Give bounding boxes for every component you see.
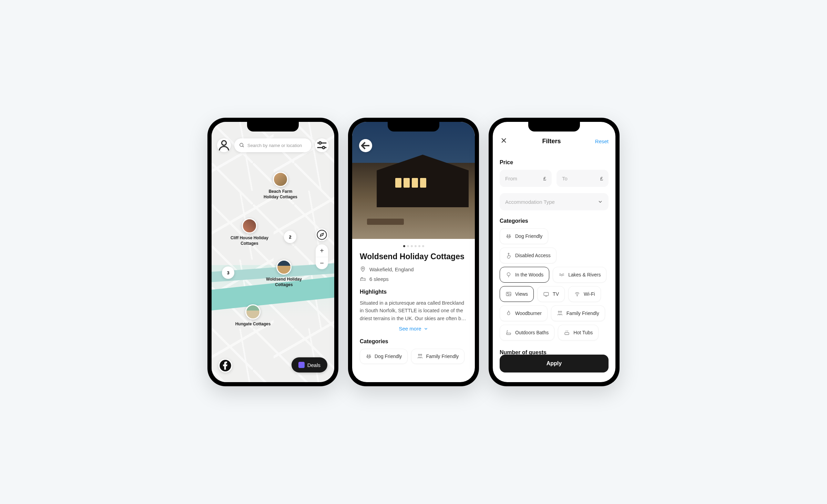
filter-chip-family-friendly[interactable]: Family Friendly xyxy=(551,305,605,321)
map-pin-hungate[interactable]: Hungate Cottages xyxy=(229,304,277,327)
filter-chip-lakes-rivers[interactable]: Lakes & Rivers xyxy=(553,267,606,283)
compass-button[interactable] xyxy=(316,229,328,241)
svg-line-2 xyxy=(243,146,244,147)
compass-icon xyxy=(316,229,328,241)
deals-button[interactable]: Deals xyxy=(292,357,327,372)
map-cluster[interactable]: 3 xyxy=(222,266,234,279)
svg-point-6 xyxy=(323,146,325,149)
hero-image[interactable] xyxy=(352,122,475,239)
tv-icon xyxy=(543,291,549,297)
carousel-dot[interactable] xyxy=(407,245,409,247)
svg-point-1 xyxy=(240,143,243,146)
sliders-icon xyxy=(315,138,329,152)
map-pin-woldsend[interactable]: Woldsend Holiday Cottages xyxy=(260,260,308,287)
svg-point-35 xyxy=(558,311,560,313)
family-icon xyxy=(417,353,423,359)
accommodation-type-select[interactable]: Accommodation Type xyxy=(500,193,609,210)
svg-point-23 xyxy=(509,235,510,236)
price-heading: Price xyxy=(500,159,609,166)
map-pin-cliff-house[interactable]: Cliff House Holiday Cottages xyxy=(225,218,274,246)
svg-point-22 xyxy=(507,235,508,236)
svg-rect-30 xyxy=(506,292,511,296)
category-chip-dog-friendly[interactable]: Dog Friendly xyxy=(360,349,408,364)
apply-button[interactable]: Apply xyxy=(500,355,609,372)
svg-rect-37 xyxy=(565,333,569,335)
filter-chip-tv[interactable]: TV xyxy=(537,286,565,302)
svg-point-31 xyxy=(507,293,508,294)
filters-title: Filters xyxy=(542,138,561,145)
map-screen: Search by name or location Beach Farm Ho… xyxy=(212,122,334,382)
svg-point-28 xyxy=(507,273,510,276)
carousel-dot[interactable] xyxy=(418,245,420,247)
svg-point-34 xyxy=(577,296,578,296)
phone-detail: Woldsend Holiday Cottages Wakefield, Eng… xyxy=(348,118,479,386)
svg-marker-8 xyxy=(320,233,324,237)
profile-button[interactable] xyxy=(217,138,231,152)
filter-chip-dog-friendly[interactable]: Dog Friendly xyxy=(500,228,548,244)
map-cluster[interactable]: 2 xyxy=(284,231,296,243)
reset-button[interactable]: Reset xyxy=(595,138,609,144)
wifi-icon xyxy=(574,291,580,297)
listing-description: Situated in a picturesque area called Br… xyxy=(360,299,467,322)
filter-chip-outdoors-baths[interactable]: Outdoors Baths xyxy=(500,325,554,340)
search-input[interactable]: Search by name or location xyxy=(234,138,312,152)
hottub-icon xyxy=(564,329,570,336)
carousel-dot[interactable] xyxy=(415,245,417,247)
svg-point-0 xyxy=(222,141,226,145)
zoom-out-button[interactable]: − xyxy=(316,257,328,269)
deals-icon xyxy=(298,362,305,368)
filters-screen: Filters Reset Price From £ To £ Accommod… xyxy=(493,122,615,382)
bath-icon xyxy=(506,329,512,336)
filter-chip-woodburner[interactable]: Woodburner xyxy=(500,305,548,321)
back-button[interactable] xyxy=(359,139,372,152)
close-icon xyxy=(500,136,508,145)
paw-icon xyxy=(366,353,372,359)
price-to-input[interactable]: To £ xyxy=(557,170,609,187)
price-from-input[interactable]: From £ xyxy=(500,170,552,187)
phone-filters: Filters Reset Price From £ To £ Accommod… xyxy=(489,118,620,386)
see-more-button[interactable]: See more xyxy=(360,326,467,332)
svg-point-18 xyxy=(419,354,420,356)
close-button[interactable] xyxy=(500,136,508,146)
bed-icon xyxy=(360,276,366,282)
svg-point-5 xyxy=(319,142,321,144)
listing-title: Woldsend Holiday Cottages xyxy=(360,252,467,261)
facebook-button[interactable] xyxy=(218,359,232,372)
filter-button[interactable] xyxy=(315,138,329,152)
svg-rect-32 xyxy=(544,293,549,296)
phone-map: Search by name or location Beach Farm Ho… xyxy=(207,118,338,386)
carousel-dot[interactable] xyxy=(403,245,405,247)
svg-point-17 xyxy=(368,357,370,358)
wheelchair-icon xyxy=(506,252,512,259)
filter-chip-wi-fi[interactable]: Wi-Fi xyxy=(568,286,601,302)
search-icon xyxy=(239,143,245,148)
fire-icon xyxy=(506,310,512,316)
tree-icon xyxy=(506,272,512,278)
categories-heading: Categories xyxy=(360,338,467,345)
carousel-dots[interactable] xyxy=(352,245,475,247)
svg-point-26 xyxy=(508,237,510,238)
location-icon xyxy=(360,266,366,272)
svg-point-14 xyxy=(369,355,370,356)
carousel-dot[interactable] xyxy=(422,245,424,247)
filter-chip-in-the-woods[interactable]: In the Woods xyxy=(500,267,549,283)
filter-chip-hot-tubs[interactable]: Hot Tubs xyxy=(558,325,599,340)
facebook-icon xyxy=(218,359,232,372)
map-pin-beach-farm[interactable]: Beach Farm Holiday Cottages xyxy=(260,172,301,200)
category-chip-family-friendly[interactable]: Family Friendly xyxy=(411,349,464,364)
highlights-heading: Highlights xyxy=(360,289,467,295)
listing-sleeps: 6 sleeps xyxy=(369,276,389,282)
arrow-left-icon xyxy=(359,139,372,152)
filter-chip-disabled-access[interactable]: Disabled Access xyxy=(500,248,557,263)
svg-rect-12 xyxy=(360,279,365,280)
zoom-in-button[interactable]: + xyxy=(316,244,328,257)
search-placeholder: Search by name or location xyxy=(247,143,302,148)
waves-icon xyxy=(559,272,565,278)
filter-chip-views[interactable]: Views xyxy=(500,286,534,302)
user-icon xyxy=(217,138,231,152)
categories-heading: Categories xyxy=(500,218,609,224)
paw-icon xyxy=(506,233,512,239)
carousel-dot[interactable] xyxy=(411,245,413,247)
family-icon xyxy=(557,310,563,316)
svg-point-13 xyxy=(367,355,368,356)
